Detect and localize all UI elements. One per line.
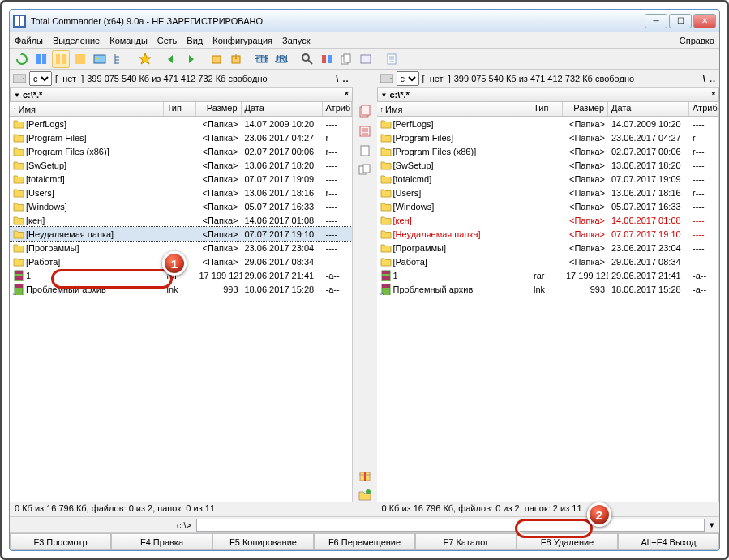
find-button[interactable] bbox=[298, 50, 316, 68]
file-row[interactable]: [Программы]<Папка>23.06.2017 23:04---- bbox=[377, 241, 719, 254]
tool-icon[interactable] bbox=[358, 164, 371, 177]
menu-config[interactable]: Конфигурация bbox=[212, 36, 272, 45]
function-keys: F3 ПросмотрF4 ПравкаF5 КопированиеF6 Пер… bbox=[10, 532, 719, 550]
file-row[interactable]: Проблемный архивlnk99318.06.2017 15:28-a… bbox=[377, 282, 719, 296]
cmd-input[interactable] bbox=[196, 519, 705, 532]
left-drive-select[interactable]: c bbox=[29, 71, 52, 86]
file-row[interactable]: [PerfLogs]<Папка>14.07.2009 10:20---- bbox=[377, 117, 719, 130]
folder-icon bbox=[13, 256, 24, 267]
menu-start[interactable]: Запуск bbox=[282, 36, 310, 45]
menu-view[interactable]: Вид bbox=[187, 36, 203, 45]
svg-rect-3 bbox=[36, 54, 41, 64]
folder-add-icon[interactable] bbox=[358, 489, 371, 502]
file-row[interactable]: [totalcmd]<Папка>07.07.2017 19:09---- bbox=[377, 172, 719, 186]
star-icon[interactable]: * bbox=[712, 90, 715, 100]
grid3-button[interactable] bbox=[71, 50, 89, 68]
file-row[interactable]: Проблемный архивlnk99318.06.2017 15:28-a… bbox=[10, 282, 352, 296]
maximize-button[interactable]: ☐ bbox=[669, 14, 692, 28]
notepad-button[interactable] bbox=[383, 50, 401, 68]
fkey-9[interactable]: Alt+F4 Выход bbox=[618, 533, 719, 550]
file-row[interactable]: [Users]<Папка>13.06.2017 18:16r--- bbox=[10, 186, 352, 199]
folder-icon bbox=[380, 132, 392, 143]
file-row[interactable]: [SwSetup]<Папка>13.06.2017 18:20---- bbox=[10, 158, 352, 172]
file-row[interactable]: [Неудаляемая папка]<Папка>07.07.2017 19:… bbox=[10, 227, 352, 241]
file-row[interactable]: [PerfLogs]<Папка>14.07.2009 10:20---- bbox=[10, 117, 352, 130]
folder-icon bbox=[13, 173, 24, 185]
left-drive-bar: c [_нет_] 399 075 540 Кб из 471 412 732 … bbox=[10, 70, 353, 88]
right-file-list[interactable]: [PerfLogs]<Папка>14.07.2009 10:20----[Pr… bbox=[377, 117, 719, 502]
svg-rect-31 bbox=[15, 284, 23, 288]
cmd-dropdown-icon[interactable]: ▾ bbox=[710, 519, 714, 530]
left-header[interactable]: ↑Имя Тип Размер Дата Атриб bbox=[10, 102, 352, 117]
grid1-button[interactable] bbox=[32, 50, 50, 68]
star-button[interactable] bbox=[136, 50, 154, 68]
image-button[interactable] bbox=[91, 50, 109, 68]
gift-icon[interactable] bbox=[358, 469, 371, 482]
left-file-list[interactable]: [PerfLogs]<Папка>14.07.2009 10:20----[Pr… bbox=[10, 117, 352, 502]
right-root-button[interactable]: \ bbox=[703, 74, 706, 83]
right-up-button[interactable]: .. bbox=[710, 74, 716, 83]
folder-icon bbox=[13, 187, 24, 199]
file-row[interactable]: [Program Files (x86)]<Папка>02.07.2017 0… bbox=[10, 144, 352, 158]
fkey-5[interactable]: F5 Копирование bbox=[212, 533, 314, 550]
tool-icon[interactable] bbox=[358, 144, 371, 157]
middle-toolbar bbox=[353, 102, 377, 502]
right-drive-select[interactable]: c bbox=[397, 71, 419, 86]
file-row[interactable]: [Windows]<Папка>05.07.2017 16:33---- bbox=[10, 199, 352, 213]
svg-rect-6 bbox=[62, 54, 66, 64]
file-row[interactable]: [SwSetup]<Папка>13.06.2017 18:20---- bbox=[377, 158, 719, 172]
sync-button[interactable] bbox=[318, 50, 336, 68]
close-button[interactable]: ✕ bbox=[693, 14, 716, 28]
fkey-3[interactable]: F3 Просмотр bbox=[10, 533, 111, 550]
url-button[interactable]: URL bbox=[272, 50, 290, 68]
star-icon[interactable]: * bbox=[345, 90, 348, 100]
menu-help[interactable]: Справка bbox=[680, 36, 714, 45]
file-row[interactable]: [Windows]<Папка>05.07.2017 16:33---- bbox=[377, 199, 719, 213]
dir-button[interactable] bbox=[357, 50, 375, 68]
folder-icon bbox=[380, 146, 392, 157]
file-row[interactable]: [кен]<Папка>14.06.2017 01:08---- bbox=[377, 213, 719, 227]
menu-files[interactable]: Файлы bbox=[15, 36, 43, 45]
left-status: 0 Кб из 16 796 Кб, файлов: 0 из 2, папок… bbox=[10, 502, 353, 516]
tree-button[interactable] bbox=[110, 50, 128, 68]
fkey-6[interactable]: F6 Перемещение bbox=[314, 533, 415, 550]
right-header[interactable]: ↑Имя Тип Размер Дата Атриб bbox=[377, 102, 719, 117]
left-up-button[interactable]: .. bbox=[342, 74, 349, 83]
tool-icon[interactable] bbox=[358, 105, 371, 118]
forward-button[interactable] bbox=[182, 50, 199, 68]
grid2-button[interactable] bbox=[52, 50, 70, 68]
file-row[interactable]: [totalcmd]<Папка>07.07.2017 19:09---- bbox=[10, 172, 352, 186]
file-row[interactable]: [Program Files]<Папка>23.06.2017 04:27r-… bbox=[377, 130, 719, 144]
copy-button[interactable] bbox=[337, 50, 355, 68]
svg-point-26 bbox=[390, 78, 392, 79]
titlebar[interactable]: Total Commander (x64) 9.0a - НЕ ЗАРЕГИСТ… bbox=[10, 10, 719, 32]
left-path[interactable]: ▼c:\*.* * bbox=[10, 88, 353, 102]
fkey-4[interactable]: F4 Правка bbox=[111, 533, 212, 550]
back-button[interactable] bbox=[162, 50, 180, 68]
svg-rect-1 bbox=[15, 16, 19, 26]
file-row[interactable]: [Неудаляемая папка]<Папка>07.07.2017 19:… bbox=[377, 227, 719, 241]
right-path[interactable]: ▼c:\*.* * bbox=[377, 88, 720, 102]
file-row[interactable]: [Program Files (x86)]<Папка>02.07.2017 0… bbox=[377, 144, 719, 158]
lnk-icon bbox=[13, 284, 24, 295]
left-root-button[interactable]: \ bbox=[336, 74, 339, 83]
ftp-button[interactable]: FTP bbox=[253, 50, 271, 68]
folder-icon bbox=[13, 242, 24, 254]
tool-icon[interactable] bbox=[358, 125, 371, 138]
file-row[interactable]: [кен]<Папка>14.06.2017 01:08---- bbox=[10, 213, 352, 227]
file-row[interactable]: 1rar17 199 12129.06.2017 21:41-a-- bbox=[377, 268, 719, 282]
fkey-7[interactable]: F7 Каталог bbox=[415, 533, 517, 550]
menu-net[interactable]: Сеть bbox=[157, 36, 177, 45]
file-row[interactable]: [Users]<Папка>13.06.2017 18:16r--- bbox=[377, 186, 719, 199]
menu-commands[interactable]: Команды bbox=[109, 36, 148, 45]
file-row[interactable]: [Работа]<Папка>29.06.2017 08:34---- bbox=[377, 254, 719, 268]
toolbar: FTPURL bbox=[10, 49, 719, 70]
svg-rect-21 bbox=[361, 55, 371, 63]
pack-button[interactable] bbox=[208, 50, 225, 68]
menu-selection[interactable]: Выделение bbox=[53, 36, 100, 45]
minimize-button[interactable]: ─ bbox=[645, 14, 667, 28]
refresh-button[interactable] bbox=[13, 50, 31, 68]
file-row[interactable]: [Program Files]<Папка>23.06.2017 04:27r-… bbox=[10, 130, 352, 144]
fkey-8[interactable]: F8 Удаление bbox=[517, 533, 618, 550]
unpack-button[interactable] bbox=[227, 50, 245, 68]
